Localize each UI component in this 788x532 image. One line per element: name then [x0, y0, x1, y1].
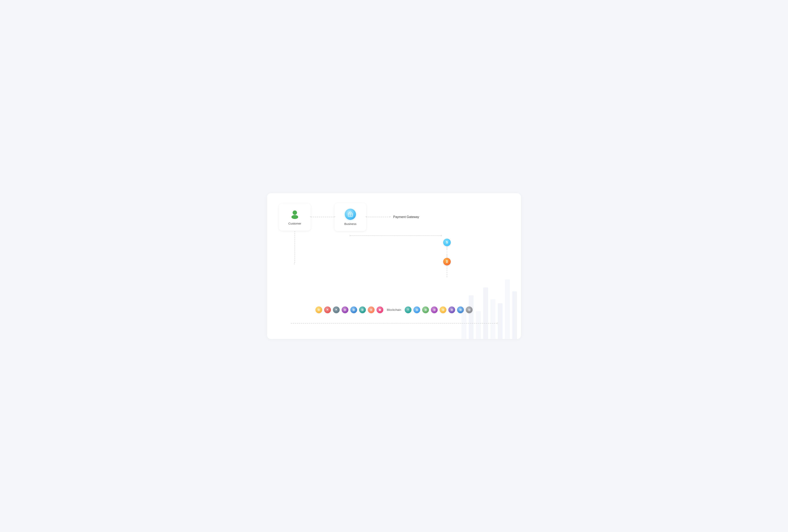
business-gateway-connector: [366, 217, 390, 217]
mini-up-arrow: ↑: [446, 251, 448, 254]
token-6: ◎: [359, 307, 366, 313]
svg-point-1: [292, 215, 298, 219]
feedback-line: [291, 323, 497, 323]
main-card: Customer Business: [267, 193, 521, 339]
payment-gateway-label: Payment Gateway: [393, 215, 419, 219]
token-7: ◎: [368, 307, 375, 313]
feedback-arrow: ↑: [497, 321, 498, 325]
mini-v-line-2: [447, 254, 447, 258]
h-line-mid: [350, 235, 441, 236]
business-label: Business: [344, 222, 356, 225]
token-4: ◎: [342, 307, 348, 313]
token-12: ◎: [431, 307, 438, 313]
mini-v-line: [447, 246, 447, 250]
token-15: ◎: [457, 307, 464, 313]
token-9: T: [405, 307, 411, 313]
svg-point-0: [293, 211, 297, 215]
blockchain-label: Blockchain: [387, 308, 401, 311]
blockchain-section: ◎ ✕ ✕ ◎ ◎ ◎ ◎ ◉ Blockchain T ◎ ◎ ◎ ◎ ◎ ◎…: [279, 307, 509, 313]
v-line-customer: [295, 231, 295, 263]
business-icon: [345, 209, 356, 220]
dashed-arrow-line: [311, 217, 334, 217]
customer-icon: [290, 209, 300, 219]
business-node: Business: [334, 203, 366, 231]
btc-v-line: [447, 265, 447, 277]
customer-node: Customer: [279, 203, 311, 231]
token-2: ✕: [324, 307, 331, 313]
page-wrapper: Customer Business: [263, 185, 525, 347]
h-line-mid-arrow-right: ↑: [440, 234, 442, 237]
dashed-arrow-line-2: [366, 217, 390, 217]
token-10: ◎: [413, 307, 420, 313]
token-11: ◎: [422, 307, 429, 313]
token-1: ◎: [315, 307, 322, 313]
token-16: ◎: [466, 307, 473, 313]
middle-section: ↓ ↑ ↑ $ ↑ ₿: [279, 231, 509, 271]
token-14: ◎: [448, 307, 455, 313]
token-8: ◉: [377, 307, 383, 313]
btc-coin: ₿: [443, 258, 451, 265]
token-5: ◎: [350, 307, 357, 313]
h-line-mid-arrow-left: ↑: [349, 234, 351, 237]
feedback-section: ↑: [279, 319, 509, 327]
v-line-customer-arrow: ↓: [294, 262, 295, 265]
currency-stack: $ ↑ ₿: [443, 239, 451, 277]
payment-gateway-node: Payment Gateway: [390, 213, 422, 221]
customer-label: Customer: [288, 222, 301, 225]
token-13: ◎: [440, 307, 446, 313]
flow-top-row: Customer Business: [279, 203, 509, 231]
token-3: ✕: [333, 307, 340, 313]
customer-business-connector: [311, 217, 334, 217]
dollar-coin: $: [443, 239, 451, 246]
